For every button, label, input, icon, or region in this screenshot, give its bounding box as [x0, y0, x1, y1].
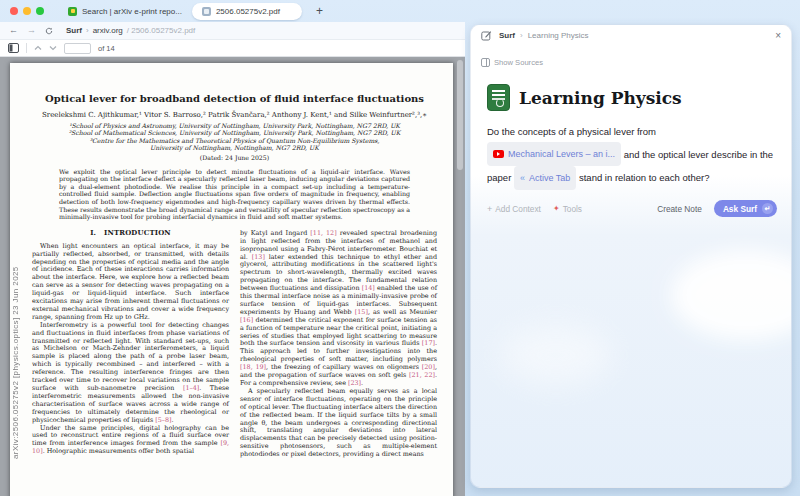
active-tab-chip[interactable]: «Active Tab	[514, 166, 576, 190]
compose-icon[interactable]	[481, 30, 492, 41]
assistant-breadcrumb-page: Learning Physics	[528, 31, 589, 40]
tools-button[interactable]: ✦Tools	[553, 204, 582, 214]
sources-panel-icon	[481, 58, 490, 67]
navigation-bar: ← → Surf › arxiv.org / 2506.05275v2.pdf	[0, 22, 465, 40]
paragraph: Interferometry is a powerful tool for de…	[32, 322, 229, 425]
new-tab-button[interactable]: +	[316, 4, 323, 18]
pdf-toolbar: of 14	[0, 40, 465, 57]
breadcrumb-app[interactable]: Surf	[66, 26, 82, 35]
tab-arxiv-search[interactable]: Search | arXiv e-print repo...	[58, 3, 192, 20]
previous-page-button[interactable]	[34, 45, 42, 51]
assistant-breadcrumb: Surf › Learning Physics	[499, 31, 589, 40]
youtube-icon	[493, 150, 504, 158]
add-context-label: Add Context	[495, 204, 541, 214]
sparkle-icon: ✦	[553, 204, 560, 213]
ask-surf-label: Ask Surf	[723, 204, 757, 214]
paragraph: Under the same principles, digital holog…	[32, 425, 229, 457]
paper-affiliation: ¹School of Physics and Astronomy, Univer…	[32, 122, 437, 129]
paper-columns: I. INTRODUCTION When light encounters an…	[32, 230, 437, 459]
next-page-button[interactable]	[49, 45, 57, 51]
toolbar-divider	[26, 43, 27, 53]
question-text: Do the concepts of a physical lever from…	[471, 111, 791, 190]
paper-date: (Dated: 24 June 2025)	[32, 154, 437, 161]
cloud-decoration	[671, 250, 792, 340]
sidebar-toggle-button[interactable]	[8, 43, 19, 53]
paragraph: by Katyl and Ingard [11, 12] revealed sp…	[240, 230, 437, 388]
zoom-window-button[interactable]	[36, 7, 44, 15]
section-heading: I. INTRODUCTION	[32, 230, 229, 238]
reload-button[interactable]	[45, 27, 53, 35]
page-number-input[interactable]	[64, 43, 91, 54]
create-note-button[interactable]: Create Note	[657, 204, 702, 214]
paragraph: When light encounters an optical interfa…	[32, 243, 229, 322]
breadcrumb-separator: ›	[86, 26, 89, 35]
paper-abstract: We exploit the optical lever principle t…	[59, 168, 410, 221]
show-sources-label: Show Sources	[494, 58, 543, 67]
arxiv-stamp: arXiv:2506.05275v2 [physics.optics] 23 J…	[11, 223, 20, 496]
pdf-scrollbar[interactable]	[457, 60, 463, 170]
ask-surf-button[interactable]: Ask Surf ↵	[714, 200, 777, 217]
traffic-lights	[10, 7, 44, 15]
back-button[interactable]: ←	[9, 26, 18, 35]
breadcrumb-path: / 2506.05275v2.pdf	[127, 26, 196, 35]
assistant-breadcrumb-app[interactable]: Surf	[499, 31, 515, 40]
tab-label: Search | arXiv e-print repo...	[82, 7, 182, 16]
assistant-header: Surf › Learning Physics ×	[471, 25, 791, 46]
tab-bar: Search | arXiv e-print repo... 2506.0527…	[0, 0, 800, 22]
browser-window: Search | arXiv e-print repo... 2506.0527…	[0, 0, 800, 496]
plus-icon: +	[487, 204, 492, 214]
active-tab-chip-label: Active Tab	[529, 168, 570, 189]
paper-title: Optical lever for broadband detection of…	[32, 93, 437, 104]
tab-pdf-active[interactable]: 2506.05275v2.pdf	[192, 3, 302, 20]
add-context-button[interactable]: +Add Context	[487, 204, 541, 214]
paper-affiliation: ³Centre for the Mathematics and Theoreti…	[32, 137, 437, 144]
left-column: I. INTRODUCTION When light encounters an…	[32, 230, 229, 459]
breadcrumb-host[interactable]: arxiv.org	[93, 26, 123, 35]
active-tab-icon: «	[520, 168, 525, 189]
video-chip-label: Mechanical Levers – an i...	[508, 144, 615, 165]
assistant-breadcrumb-separator: ›	[520, 31, 523, 40]
sources-row: Show Sources	[471, 46, 791, 71]
question-part: stand in relation to each other?	[579, 172, 709, 183]
question-part: Do the concepts of a physical lever from	[487, 126, 656, 137]
paragraph: A specularly reflected beam equally serv…	[240, 388, 437, 459]
notebook-icon	[487, 84, 510, 111]
paper-affiliation: ²School of Mathematical Sciences, Univer…	[32, 129, 437, 136]
tab-label: 2506.05275v2.pdf	[216, 7, 280, 16]
close-panel-button[interactable]: ×	[775, 31, 781, 41]
show-sources-button[interactable]: Show Sources	[481, 58, 543, 67]
browser-content-region: ← → Surf › arxiv.org / 2506.05275v2.pdf …	[0, 22, 465, 496]
paper-authors: Sreelekshmi C. Ajithkumar,¹ Vitor S. Bar…	[32, 111, 437, 119]
tools-label: Tools	[563, 204, 582, 214]
notebook-title-row: Learning Physics	[471, 71, 791, 111]
composer-actions: +Add Context ✦Tools Create Note Ask Surf…	[471, 190, 791, 217]
assistant-panel: Surf › Learning Physics × Show Sources L…	[470, 24, 792, 488]
close-window-button[interactable]	[10, 7, 18, 15]
return-key-icon: ↵	[762, 203, 773, 214]
url-breadcrumb[interactable]: Surf › arxiv.org / 2506.05275v2.pdf	[66, 26, 195, 35]
page-count-label: of 14	[98, 44, 115, 53]
pdf-page: arXiv:2506.05275v2 [physics.optics] 23 J…	[10, 63, 453, 496]
pdf-viewer: arXiv:2506.05275v2 [physics.optics] 23 J…	[0, 57, 465, 496]
video-source-chip[interactable]: Mechanical Levers – an i...	[487, 142, 621, 166]
pdf-favicon	[202, 7, 211, 16]
paper-affiliation: University of Nottingham, Nottingham, NG…	[32, 144, 437, 151]
arxiv-search-favicon	[68, 7, 77, 16]
forward-button[interactable]: →	[27, 26, 36, 35]
cloud-decoration	[501, 325, 611, 385]
notebook-title: Learning Physics	[519, 88, 682, 108]
minimize-window-button[interactable]	[23, 7, 31, 15]
reload-icon	[45, 27, 53, 35]
right-column: by Katyl and Ingard [11, 12] revealed sp…	[240, 230, 437, 459]
